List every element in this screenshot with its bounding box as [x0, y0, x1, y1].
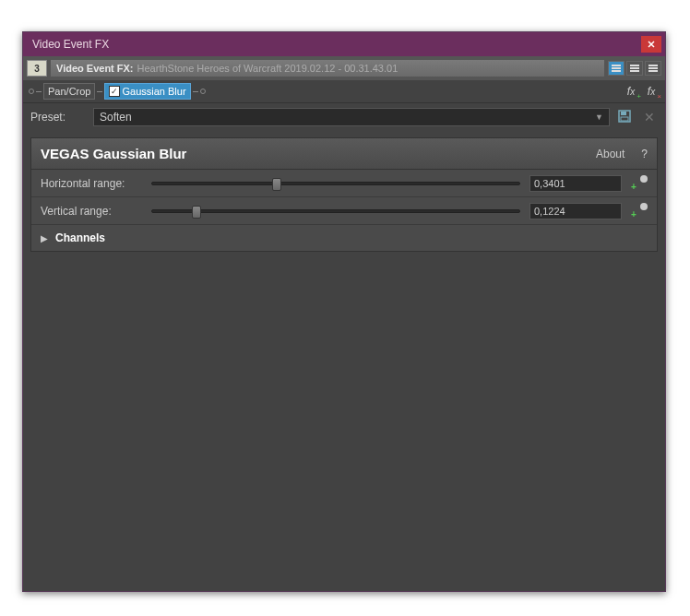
track-badge[interactable]: 3 [27, 60, 47, 77]
horizontal-range-row: Horizontal range: 0,3401 + [31, 170, 657, 197]
preset-label: Preset: [30, 111, 86, 124]
fx-window: Video Event FX 3 Video Event FX: HearthS… [22, 31, 666, 592]
window-title: Video Event FX [32, 38, 641, 51]
remove-fx-button[interactable]: fx× [643, 84, 660, 99]
preset-row: Preset: Soften ▼ ✕ [23, 102, 665, 130]
vertical-range-row: Vertical range: 0,1224 + [31, 197, 657, 225]
channels-label: Channels [55, 231, 105, 244]
horizontal-range-value[interactable]: 0,3401 [529, 175, 622, 192]
fx-enable-checkbox[interactable]: ✓ [109, 86, 120, 97]
svg-rect-2 [621, 117, 628, 121]
expand-arrow-icon: ▶ [41, 233, 48, 243]
fx-chain-row: Pan/Crop ✓ Gaussian Blur fx+ fx× [23, 80, 665, 102]
chain-label: Video Event FX: HearthStone Heroes of Wa… [51, 60, 604, 77]
view-large-button[interactable] [608, 61, 625, 76]
close-button[interactable] [641, 36, 661, 53]
vertical-range-label: Vertical range: [41, 205, 142, 218]
chain-connector [193, 91, 198, 92]
save-preset-button[interactable] [617, 109, 634, 125]
list-icon [612, 65, 621, 72]
slider-thumb[interactable] [272, 178, 281, 191]
keyframe-icon [640, 203, 648, 210]
keyframe-icon [640, 175, 648, 183]
list-icon [630, 65, 639, 72]
plus-icon: + [631, 182, 636, 192]
animate-horizontal-button[interactable]: + [631, 175, 648, 192]
slider-thumb[interactable] [192, 206, 201, 219]
titlebar[interactable]: Video Event FX [23, 32, 665, 56]
chain-bar: 3 Video Event FX: HearthStone Heroes of … [23, 56, 665, 80]
preset-dropdown[interactable]: Soften ▼ [93, 108, 610, 126]
chain-connector [97, 91, 102, 92]
effect-panel: VEGAS Gaussian Blur About ? Horizontal r… [30, 137, 658, 252]
vertical-range-value[interactable]: 0,1224 [529, 203, 622, 219]
chain-output-dot [200, 89, 206, 94]
chevron-down-icon: ▼ [595, 113, 603, 122]
view-mode-group [608, 61, 661, 76]
animate-vertical-button[interactable]: + [631, 203, 648, 219]
fx-tools: fx+ fx× [623, 84, 660, 99]
pancrop-node[interactable]: Pan/Crop [43, 83, 95, 100]
chain-connector [36, 91, 42, 92]
view-medium-button[interactable] [626, 61, 643, 76]
effect-title: VEGAS Gaussian Blur [41, 146, 596, 161]
help-link[interactable]: ? [641, 148, 648, 160]
horizontal-range-label: Horizontal range: [41, 177, 142, 190]
panel-header: VEGAS Gaussian Blur About ? [31, 138, 657, 170]
vertical-range-slider[interactable] [151, 209, 520, 213]
delete-preset-button[interactable]: ✕ [641, 109, 658, 125]
list-icon [648, 65, 658, 72]
add-fx-button[interactable]: fx+ [623, 84, 639, 99]
about-link[interactable]: About [596, 148, 625, 160]
chain-input-dot [29, 89, 34, 94]
close-icon [648, 41, 655, 48]
floppy-icon [617, 109, 632, 124]
view-small-button[interactable] [645, 61, 661, 76]
svg-rect-1 [621, 112, 626, 115]
horizontal-range-slider[interactable] [151, 182, 520, 185]
plus-icon: + [631, 209, 636, 219]
channels-expander[interactable]: ▶ Channels [31, 225, 657, 251]
gaussian-blur-node[interactable]: ✓ Gaussian Blur [104, 83, 190, 100]
